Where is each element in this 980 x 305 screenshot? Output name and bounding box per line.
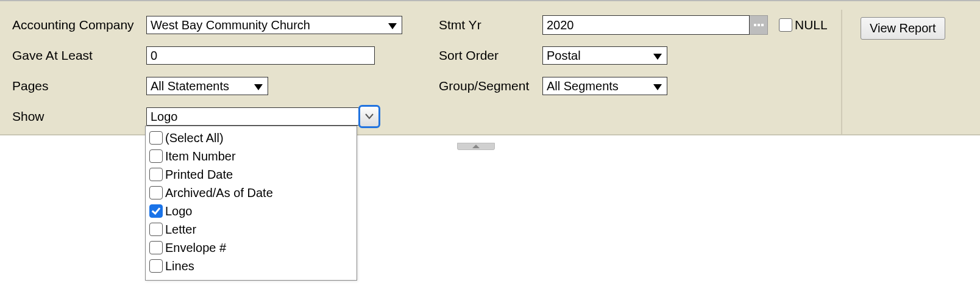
accounting-company-label: Accounting Company <box>12 18 146 32</box>
show-dropdown-panel: (Select All)Item NumberPrinted DateArchi… <box>145 126 357 281</box>
stmt-yr-input[interactable] <box>542 15 750 35</box>
show-option-checkbox[interactable] <box>149 131 163 145</box>
show-option-checkbox[interactable] <box>149 223 163 236</box>
show-option-label: Archived/As of Date <box>165 186 273 200</box>
show-option-checkbox[interactable] <box>149 186 163 199</box>
show-option[interactable]: Printed Date <box>149 165 353 184</box>
show-option[interactable]: Archived/As of Date <box>149 184 353 202</box>
ellipsis-icon <box>754 24 764 26</box>
group-segment-label: Group/Segment <box>439 79 542 93</box>
show-option-label: Envelope # <box>165 241 226 255</box>
show-summary[interactable]: Logo <box>146 107 360 126</box>
show-option[interactable]: Letter <box>149 220 353 239</box>
show-option-label: Item Number <box>165 149 236 163</box>
pages-select[interactable]: All Statements <box>146 77 268 95</box>
show-option[interactable]: Logo <box>149 202 353 220</box>
stmt-yr-picker-button[interactable] <box>750 15 768 35</box>
sort-order-select[interactable]: Postal <box>542 46 667 65</box>
show-option-checkbox[interactable] <box>149 168 163 181</box>
collapse-handle[interactable] <box>457 143 495 150</box>
show-option[interactable]: Item Number <box>149 147 353 165</box>
show-option[interactable]: (Select All) <box>149 129 353 147</box>
actions-column: View Report <box>841 10 968 134</box>
show-option-label: (Select All) <box>165 131 224 145</box>
show-option-label: Lines <box>165 259 194 273</box>
show-option-checkbox[interactable] <box>149 241 163 254</box>
gave-at-least-label: Gave At Least <box>12 48 146 63</box>
show-option-label: Logo <box>165 204 193 218</box>
show-option-checkbox[interactable] <box>149 149 163 163</box>
parameter-bar: Accounting Company West Bay Community Ch… <box>0 0 980 135</box>
chevron-down-icon <box>365 113 374 120</box>
show-option[interactable]: Envelope # <box>149 239 353 257</box>
view-report-button[interactable]: View Report <box>861 17 945 40</box>
sort-order-label: Sort Order <box>439 48 542 63</box>
stmt-yr-label: Stmt Yr <box>439 18 542 32</box>
show-dropdown-toggle[interactable] <box>358 105 380 128</box>
show-option-label: Printed Date <box>165 168 233 182</box>
mid-column: Stmt Yr NULL Sort Order Postal Grou <box>439 10 841 134</box>
group-segment-select[interactable]: All Segments <box>542 77 667 95</box>
gave-at-least-input[interactable] <box>146 46 375 65</box>
stmt-yr-null-label: NULL <box>795 18 828 32</box>
show-option-label: Letter <box>165 223 196 237</box>
show-option[interactable]: Lines <box>149 257 353 275</box>
stmt-yr-null-checkbox[interactable] <box>779 18 792 32</box>
pages-label: Pages <box>12 79 146 93</box>
accounting-company-select[interactable]: West Bay Community Church <box>146 16 402 34</box>
left-column: Accounting Company West Bay Community Ch… <box>12 10 439 134</box>
show-label: Show <box>12 109 146 124</box>
show-option-checkbox[interactable] <box>149 259 163 273</box>
show-option-checkbox[interactable] <box>149 204 163 218</box>
